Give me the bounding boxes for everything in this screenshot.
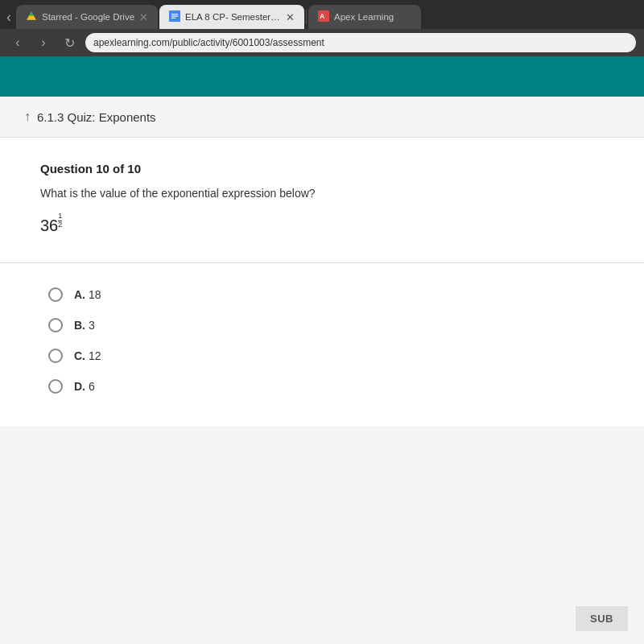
address-text: apexlearning.com/public/activity/6001003… [93, 37, 324, 48]
main-content: ↑ 6.1.3 Quiz: Exponents Question 10 of 1… [0, 97, 644, 644]
answer-option-b[interactable]: B. 3 [48, 310, 612, 341]
tab-apex[interactable]: A Apex Learning [308, 5, 421, 29]
tab-drive[interactable]: Starred - Google Drive ✕ [16, 5, 158, 29]
ela-tab-label: ELA 8 CP- Semester 2 - Google D [185, 12, 281, 22]
tab-ela[interactable]: ELA 8 CP- Semester 2 - Google D ✕ [159, 5, 304, 29]
quiz-breadcrumb-topic: Exponents [99, 110, 156, 124]
svg-rect-4 [171, 14, 178, 14]
apex-tab-icon: A [318, 10, 329, 24]
quiz-breadcrumb: 6.1.3 Quiz: Exponents [37, 110, 156, 124]
answer-text-d: D. 6 [74, 380, 95, 393]
address-bar[interactable]: apexlearning.com/public/activity/6001003… [85, 33, 636, 52]
forward-nav-btn[interactable]: › [34, 35, 53, 50]
drive-tab-icon [26, 10, 37, 24]
answer-text-c: C. 12 [74, 349, 101, 362]
radio-d[interactable] [48, 379, 63, 394]
question-text: What is the value of the exponential exp… [40, 187, 612, 200]
svg-rect-6 [171, 17, 175, 18]
answer-text-b: B. 3 [74, 319, 95, 332]
browser-chrome: ‹ Starred - Google Drive ✕ [0, 0, 644, 56]
svg-rect-5 [171, 15, 178, 16]
refresh-btn[interactable]: ↻ [60, 35, 79, 51]
drive-tab-close[interactable]: ✕ [139, 11, 148, 23]
quiz-header: ↑ 6.1.3 Quiz: Exponents [0, 97, 644, 138]
radio-c[interactable] [48, 349, 63, 363]
radio-a[interactable] [48, 287, 63, 302]
expression: 3612 [40, 216, 612, 235]
apex-tab-label: Apex Learning [334, 12, 394, 22]
ela-tab-close[interactable]: ✕ [286, 11, 295, 23]
doc-tab-icon [169, 10, 180, 24]
tab-separator [306, 10, 307, 24]
answer-text-a: A. 18 [74, 288, 101, 301]
up-arrow-icon: ↑ [24, 109, 31, 124]
teal-banner [0, 56, 644, 97]
answer-option-d[interactable]: D. 6 [48, 371, 612, 402]
radio-b[interactable] [48, 318, 63, 332]
expression-base: 36 [40, 216, 58, 235]
submit-button[interactable]: SUB [576, 606, 628, 631]
question-label: Question 10 of 10 [40, 162, 612, 175]
question-area: Question 10 of 10 What is the value of t… [0, 138, 644, 263]
expression-exponent: 12 [58, 213, 62, 229]
svg-text:A: A [320, 12, 324, 19]
quiz-breadcrumb-label: 6.1.3 Quiz: [37, 110, 96, 124]
answer-option-a[interactable]: A. 18 [48, 279, 612, 310]
answer-option-c[interactable]: C. 12 [48, 341, 612, 371]
svg-marker-2 [27, 15, 36, 19]
answers-area: A. 18 B. 3 C. 12 D. 6 [0, 263, 644, 426]
drive-tab-label: Starred - Google Drive [42, 12, 134, 22]
back-button[interactable]: ‹ [3, 5, 14, 29]
address-bar-row: ‹ › ↻ apexlearning.com/public/activity/6… [0, 29, 644, 56]
tab-bar: ‹ Starred - Google Drive ✕ [0, 0, 644, 29]
back-nav-btn[interactable]: ‹ [8, 35, 27, 50]
submit-area: SUB [559, 593, 644, 644]
